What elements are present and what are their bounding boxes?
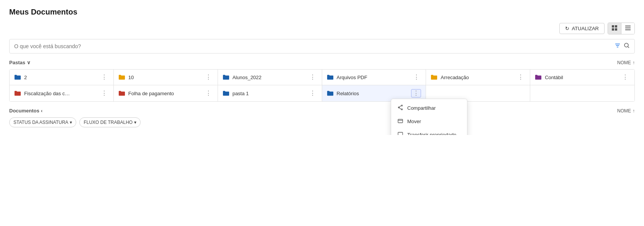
fluxo-trabalho-filter[interactable]: FLUXO DE TRABALHO ▾ xyxy=(79,117,141,127)
folder-left: Folha de pagamento xyxy=(118,90,174,96)
folder-left: pasta 1 xyxy=(223,90,249,96)
list-icon xyxy=(625,26,631,32)
transferir-label: Transferir propriedade xyxy=(407,132,456,135)
folder-item-10[interactable]: 10 ⋮ xyxy=(114,70,218,85)
folder-name: 10 xyxy=(128,75,134,80)
documents-chevron-icon: ‹ xyxy=(41,108,43,114)
documents-section: Documentos ‹ NOME ↑ STATUS DA ASSINATURA… xyxy=(9,108,635,127)
folder-item-alunos[interactable]: Alunos_2022 ⋮ xyxy=(218,70,322,85)
folder-icon xyxy=(14,90,21,96)
folder-menu-button[interactable]: ⋮ xyxy=(308,73,317,81)
filter-buttons: STATUS DA ASSINATURA ▾ FLUXO DE TRABALHO… xyxy=(9,117,635,127)
filter-icon[interactable] xyxy=(615,42,621,50)
refresh-button[interactable]: ↻ ATUALIZAR xyxy=(559,23,605,34)
folder-menu-button[interactable]: ⋮ xyxy=(204,89,213,97)
folder-name: Relatórios xyxy=(337,91,359,96)
page-title: Meus Documentos xyxy=(9,8,635,16)
svg-rect-4 xyxy=(625,26,631,26)
folder-name: Fiscalização das contas pú... xyxy=(24,91,70,96)
folder-icon xyxy=(535,74,542,80)
fluxo-filter-chevron-icon: ▾ xyxy=(134,120,136,125)
folder-icon xyxy=(431,74,438,80)
search-bar xyxy=(9,39,635,54)
grid-icon xyxy=(612,26,617,32)
documents-sort-label: NOME xyxy=(617,108,631,114)
svg-rect-6 xyxy=(625,29,631,30)
folder-name: 2 xyxy=(24,75,27,80)
folder-item-pasta1[interactable]: pasta 1 ⋮ xyxy=(218,85,322,101)
folders-chevron-icon: ∨ xyxy=(27,60,31,65)
folder-name: pasta 1 xyxy=(233,91,249,96)
folder-left: Arrecadação xyxy=(431,74,469,80)
folders-sort-icon: ↑ xyxy=(633,60,635,65)
folder-item-2[interactable]: 2 ⋮ xyxy=(10,70,114,85)
view-toggle xyxy=(608,23,635,34)
documents-section-header: Documentos ‹ NOME ↑ xyxy=(9,108,635,114)
list-view-button[interactable] xyxy=(621,23,634,34)
move-icon xyxy=(397,118,403,125)
svg-rect-17 xyxy=(398,119,403,123)
folder-name: Arrecadação xyxy=(441,75,469,80)
context-menu-compartilhar[interactable]: Compartilhar xyxy=(391,101,467,115)
folders-sort-label: NOME xyxy=(617,60,631,65)
documents-sort: NOME ↑ xyxy=(617,108,635,114)
grid-view-button[interactable] xyxy=(608,23,621,34)
share-icon xyxy=(397,105,403,111)
folder-left: Contábil xyxy=(535,74,563,80)
folder-menu-button[interactable]: ⋮ xyxy=(308,89,317,97)
search-input[interactable] xyxy=(14,43,615,49)
svg-rect-0 xyxy=(612,25,614,28)
folder-item-arquivos-pdf[interactable]: Arquivos PDF ⋮ xyxy=(322,70,426,85)
status-assinatura-filter[interactable]: STATUS DA ASSINATURA ▾ xyxy=(9,117,76,127)
context-menu-transferir[interactable]: Transferir propriedade xyxy=(391,128,467,135)
folder-item-empty2 xyxy=(530,85,634,101)
svg-point-12 xyxy=(401,105,403,106)
svg-point-10 xyxy=(624,43,628,47)
status-filter-chevron-icon: ▾ xyxy=(70,120,72,125)
context-menu: Compartilhar Mover Transferir propriedad… xyxy=(391,99,467,135)
search-magnifier-icon[interactable] xyxy=(624,42,630,50)
folders-section-title[interactable]: Pastas ∨ xyxy=(9,60,31,65)
folder-item-contabil[interactable]: Contábil ⋮ xyxy=(530,70,634,85)
folder-item-folha-pagamento[interactable]: Folha de pagamento ⋮ xyxy=(114,85,218,101)
documents-label: Documentos xyxy=(9,108,39,114)
folders-sort: NOME ↑ xyxy=(617,60,635,65)
folder-item-fiscalizacao[interactable]: Fiscalização das contas pú... ⋮ xyxy=(10,85,114,101)
svg-rect-2 xyxy=(612,28,614,31)
folder-icon xyxy=(223,74,229,80)
folder-name: Folha de pagamento xyxy=(128,91,174,96)
folder-menu-button[interactable]: ⋮ xyxy=(516,73,525,81)
svg-rect-5 xyxy=(625,28,631,28)
folder-left: Relatórios xyxy=(327,90,359,96)
folders-label: Pastas xyxy=(9,60,25,65)
folder-left: Alunos_2022 xyxy=(223,74,262,80)
folder-menu-button[interactable]: ⋮ xyxy=(621,73,630,81)
folder-item-arrecadacao[interactable]: Arrecadação ⋮ xyxy=(426,70,530,85)
transfer-icon xyxy=(397,132,403,135)
folder-menu-button[interactable]: ⋮ xyxy=(412,73,421,81)
documents-sort-icon: ↑ xyxy=(633,108,635,114)
folder-menu-button[interactable]: ⋮ xyxy=(100,89,109,97)
toolbar: ↻ ATUALIZAR xyxy=(9,23,635,34)
svg-rect-1 xyxy=(615,25,617,28)
svg-rect-3 xyxy=(615,28,617,31)
search-actions xyxy=(615,42,630,50)
context-menu-mover[interactable]: Mover xyxy=(391,115,467,128)
folders-grid-row1: 2 ⋮ 10 ⋮ Alunos_2022 ⋮ Arquivos PDF ⋮ xyxy=(9,69,635,102)
folder-icon xyxy=(327,74,334,80)
folder-menu-button-active[interactable]: ⋮ xyxy=(411,89,421,98)
status-filter-label: STATUS DA ASSINATURA xyxy=(13,120,68,125)
documents-section-title[interactable]: Documentos ‹ xyxy=(9,108,43,114)
folder-left: Arquivos PDF xyxy=(327,74,367,80)
svg-point-13 xyxy=(401,109,403,110)
folder-menu-button[interactable]: ⋮ xyxy=(100,73,109,81)
folder-icon xyxy=(327,90,334,96)
folder-icon xyxy=(14,74,21,80)
main-page: Meus Documentos ↻ ATUALIZAR xyxy=(0,0,644,135)
folder-menu-button[interactable]: ⋮ xyxy=(204,73,213,81)
svg-line-15 xyxy=(399,106,401,107)
folder-left: 10 xyxy=(118,74,134,80)
folder-name: Arquivos PDF xyxy=(337,75,367,80)
mover-label: Mover xyxy=(407,119,421,124)
refresh-icon: ↻ xyxy=(565,26,569,31)
